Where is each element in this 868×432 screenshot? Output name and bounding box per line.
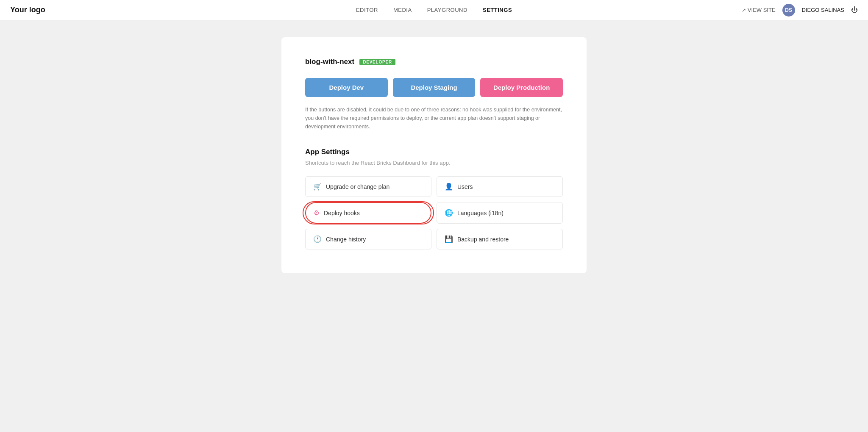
backup-icon: 💾: [445, 235, 453, 243]
setting-users[interactable]: 👤 Users: [437, 176, 563, 197]
nav-links: EDITOR MEDIA PLAYGROUND SETTINGS: [356, 7, 512, 13]
setting-upgrade[interactable]: 🛒 Upgrade or change plan: [305, 176, 431, 197]
app-settings-subtitle: Shortcuts to reach the React Bricks Dash…: [305, 160, 563, 166]
gear-icon: ⚙: [314, 209, 320, 217]
users-icon: 👤: [445, 183, 453, 191]
view-site-link[interactable]: ↗ VIEW SITE: [742, 7, 776, 13]
setting-languages-label: Languages (i18n): [457, 210, 504, 216]
power-icon[interactable]: ⏻: [851, 6, 858, 14]
developer-badge: DEVELOPER: [359, 59, 395, 65]
user-name: DIEGO SALINAS: [802, 7, 844, 13]
setting-upgrade-label: Upgrade or change plan: [326, 183, 389, 190]
app-settings-section: App Settings Shortcuts to reach the Reac…: [305, 148, 563, 249]
clock-icon: 🕐: [313, 235, 322, 243]
cart-icon: 🛒: [313, 183, 322, 191]
nav-playground[interactable]: PLAYGROUND: [427, 7, 467, 13]
app-settings-title: App Settings: [305, 148, 563, 156]
setting-change-history-label: Change history: [326, 236, 366, 243]
deploy-dev-button[interactable]: Deploy Dev: [305, 78, 388, 97]
logo: Your logo: [10, 6, 356, 14]
navbar-right: ↗ VIEW SITE DS DIEGO SALINAS ⏻: [512, 4, 858, 17]
project-header: blog-with-next DEVELOPER: [305, 58, 563, 66]
globe-icon: 🌐: [445, 209, 453, 217]
nav-editor[interactable]: EDITOR: [356, 7, 378, 13]
view-site-label: VIEW SITE: [748, 7, 776, 13]
settings-grid: 🛒 Upgrade or change plan 👤 Users ⚙ Deplo…: [305, 176, 563, 249]
deploy-buttons: Deploy Dev Deploy Staging Deploy Product…: [305, 78, 563, 97]
deploy-staging-button[interactable]: Deploy Staging: [393, 78, 476, 97]
external-link-icon: ↗: [742, 7, 746, 13]
settings-card: blog-with-next DEVELOPER Deploy Dev Depl…: [281, 37, 587, 273]
setting-deploy-hooks-label: Deploy hooks: [324, 210, 360, 216]
project-name: blog-with-next: [305, 58, 354, 66]
main-content: blog-with-next DEVELOPER Deploy Dev Depl…: [0, 20, 868, 290]
avatar: DS: [782, 4, 795, 17]
nav-media[interactable]: MEDIA: [393, 7, 412, 13]
setting-languages[interactable]: 🌐 Languages (i18n): [437, 202, 563, 224]
deploy-production-button[interactable]: Deploy Production: [480, 78, 563, 97]
setting-backup[interactable]: 💾 Backup and restore: [437, 229, 563, 249]
setting-users-label: Users: [457, 183, 473, 190]
setting-backup-label: Backup and restore: [457, 236, 509, 243]
setting-deploy-hooks[interactable]: ⚙ Deploy hooks: [305, 202, 431, 224]
nav-settings[interactable]: SETTINGS: [483, 7, 512, 13]
deploy-notice: If the buttons are disabled, it could be…: [305, 105, 563, 131]
navbar: Your logo EDITOR MEDIA PLAYGROUND SETTIN…: [0, 0, 868, 20]
setting-change-history[interactable]: 🕐 Change history: [305, 229, 431, 249]
